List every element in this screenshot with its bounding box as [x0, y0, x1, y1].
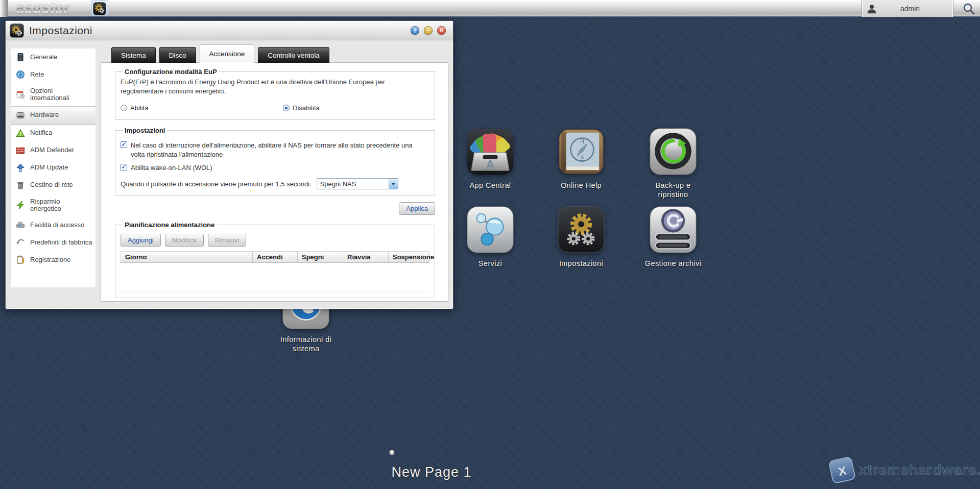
- green-bolt-icon: [16, 201, 25, 210]
- undo-arrow-icon: [16, 238, 25, 247]
- sidebar-item-label: Risparmio energetico: [30, 198, 92, 213]
- desktop-icon-servizi[interactable]: Servizi: [449, 206, 531, 268]
- sidebar-item-label: Generale: [30, 54, 57, 61]
- col-accendi[interactable]: Accendi: [253, 252, 298, 263]
- tab-controllo-ventola[interactable]: Controllo ventola: [258, 47, 329, 63]
- user-icon: [866, 3, 877, 14]
- icon-label: Gestione archivi: [641, 259, 705, 268]
- firewall-icon: [16, 146, 25, 155]
- radio-abilita[interactable]: Abilita: [121, 104, 148, 112]
- svg-text:S: S: [580, 154, 584, 160]
- sidebar-item-generale[interactable]: Generale: [11, 48, 95, 66]
- col-riavvia[interactable]: Riavvia: [343, 252, 389, 263]
- device-icon: [16, 221, 25, 230]
- settings-sidebar: Generale Rete Opzioni internazionali: [11, 48, 95, 287]
- radio-label: Abilita: [130, 104, 148, 112]
- sidebar-item-label: Hardware: [30, 111, 59, 118]
- user-menu[interactable]: admin: [862, 0, 953, 17]
- settings-gear-icon: [10, 23, 24, 38]
- checkbox-label: Nel caso di interruzione dell'alimentazi…: [131, 141, 417, 159]
- sidebar-item-cestino-di-rete[interactable]: Cestino di rete: [11, 177, 95, 194]
- trash-icon: [16, 181, 25, 190]
- pianificazione-fieldset: Pianificazione alimentazione Aggiungi Mo…: [115, 221, 435, 298]
- sidebar-item-label: Rete: [30, 71, 44, 78]
- server-icon: [16, 53, 25, 62]
- sidebar-item-notifica[interactable]: Notifica: [11, 125, 95, 142]
- radio-disabilita[interactable]: Disabilita: [283, 104, 320, 112]
- sidebar-item-label: Facilità di accesso: [30, 222, 84, 229]
- icon-label: Informazioni di sistema: [274, 335, 338, 353]
- sidebar-item-hardware[interactable]: Hardware: [11, 106, 95, 125]
- eup-fieldset: Configurazione modalità EuP EuP(ErP) è l…: [115, 68, 435, 120]
- sidebar-item-label: ADM Update: [30, 164, 68, 171]
- close-button[interactable]: ✕: [437, 26, 446, 35]
- checkbox-checked-icon[interactable]: [121, 164, 127, 170]
- eup-description: EuP(ErP) è l'acronimo di Energy Using Pr…: [121, 78, 429, 96]
- svg-text:N: N: [580, 138, 584, 144]
- svg-text:A: A: [486, 158, 495, 172]
- taskbar-item-impostazioni[interactable]: [91, 1, 108, 16]
- sidebar-item-adm-update[interactable]: ADM Update: [11, 159, 95, 177]
- backup-restore-icon: [649, 128, 697, 176]
- xtremehardware-icon: x: [828, 456, 856, 484]
- gears-icon: [93, 2, 106, 15]
- settings-gears-icon: [557, 206, 605, 254]
- update-arrow-icon: [16, 163, 25, 173]
- watermark: x xtremehardware.it: [830, 458, 980, 482]
- window-title: Impostazioni: [29, 25, 92, 37]
- search-icon: [962, 2, 976, 16]
- edit-button[interactable]: Modifica: [165, 234, 204, 247]
- col-giorno[interactable]: Giorno: [121, 252, 253, 263]
- window-titlebar[interactable]: Impostazioni ? − ✕: [6, 21, 453, 40]
- checkbox-restore-power[interactable]: Nel caso di interruzione dell'alimentazi…: [121, 141, 429, 159]
- desktop-icon-impostazioni[interactable]: Impostazioni: [540, 206, 622, 268]
- empty-table-row: [121, 263, 429, 291]
- checkbox-wol[interactable]: Abilita wake-on-LAN (WOL): [121, 163, 429, 173]
- warning-triangle-icon: [16, 129, 25, 138]
- icon-label: App Central: [458, 181, 522, 190]
- radio-icon-selected[interactable]: [283, 105, 290, 111]
- add-button[interactable]: Aggiungi: [121, 234, 161, 247]
- storage-manager-icon: [649, 206, 697, 254]
- schedule-table: Giorno Accendi Spegni Riavvia Sospension…: [121, 251, 429, 291]
- desktop-icon-app-central[interactable]: A App Central: [449, 128, 531, 190]
- panel-collapse-handle[interactable]: [0, 0, 8, 17]
- checkbox-checked-icon[interactable]: [121, 141, 127, 148]
- sidebar-item-risparmio-energetico[interactable]: Risparmio energetico: [11, 194, 95, 217]
- tab-accensione[interactable]: Accensione: [200, 44, 255, 63]
- select-value: Spegni NAS: [317, 180, 389, 188]
- sidebar-item-adm-defender[interactable]: ADM Defender: [11, 142, 95, 159]
- impostazioni-fieldset: Impostazioni Nel caso di interruzione de…: [115, 127, 435, 196]
- sidebar-item-rete[interactable]: Rete: [11, 66, 95, 83]
- sidebar-item-opzioni-internazionali[interactable]: Opzioni internazionali: [11, 83, 95, 106]
- icon-label: Impostazioni: [549, 259, 613, 268]
- page-title: New Page 1: [355, 464, 508, 480]
- tab-disco[interactable]: Disco: [159, 47, 196, 63]
- chevron-down-icon[interactable]: [389, 179, 398, 189]
- minimize-button[interactable]: −: [424, 26, 433, 35]
- desktop-icon-backup-ripristino[interactable]: Back-up e ripristino: [632, 128, 714, 199]
- remove-button[interactable]: Rimuovi: [208, 234, 246, 247]
- desktop-dot: [389, 450, 395, 455]
- clipboard-icon: [16, 255, 25, 264]
- desktop-icon-online-help[interactable]: N S Online Help: [540, 128, 622, 190]
- sidebar-item-label: Opzioni internazionali: [30, 87, 92, 102]
- sidebar-item-registrazione[interactable]: Registrazione: [11, 251, 95, 268]
- desktop-icon-gestione-archivi[interactable]: Gestione archivi: [632, 206, 714, 268]
- search-button[interactable]: [962, 2, 977, 16]
- top-bar: asustor admin: [0, 0, 980, 17]
- apply-button[interactable]: Applica: [399, 202, 435, 215]
- sidebar-item-facilita-di-accesso[interactable]: Facilità di accesso: [11, 216, 95, 234]
- hard-drive-icon: [16, 111, 25, 120]
- radio-icon[interactable]: [121, 105, 127, 111]
- calendar-clock-icon: [16, 90, 25, 99]
- services-icon: [466, 206, 514, 254]
- power-button-label: Quando il pulsante di accensione viene p…: [121, 180, 312, 188]
- col-spegni[interactable]: Spegni: [298, 252, 343, 263]
- help-button[interactable]: ?: [411, 26, 419, 35]
- power-action-select[interactable]: Spegni NAS: [317, 178, 398, 189]
- network-globe-icon: [16, 70, 25, 79]
- tab-sistema[interactable]: Sistema: [111, 47, 156, 63]
- col-sospensione[interactable]: Sospensione: [389, 252, 429, 263]
- sidebar-item-predefiniti-di-fabbrica[interactable]: Predefiniti di fabbrica: [11, 234, 95, 251]
